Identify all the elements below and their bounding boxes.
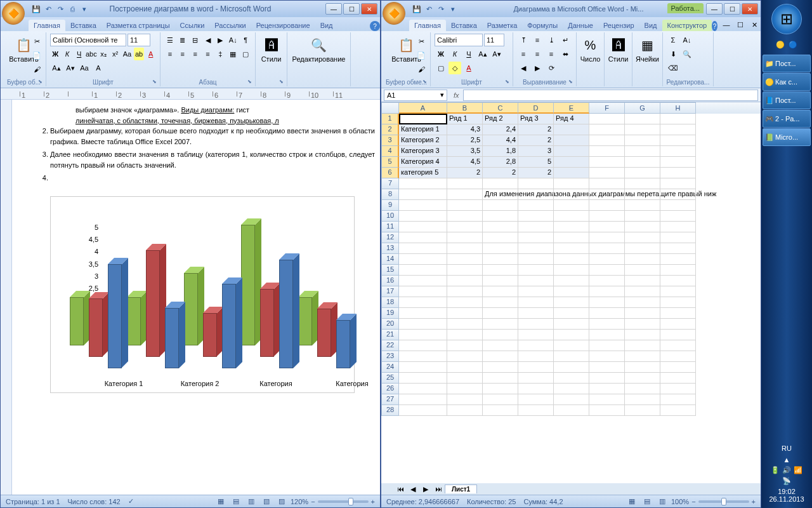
cell[interactable] bbox=[554, 351, 589, 362]
taskbar-item[interactable]: 📘Пост... bbox=[763, 91, 811, 109]
last-sheet-icon[interactable]: ⏭ bbox=[432, 483, 445, 495]
cell[interactable] bbox=[483, 308, 518, 319]
cell[interactable]: 5 bbox=[518, 157, 554, 168]
font-color-button[interactable]: A bbox=[145, 48, 156, 60]
dialog-launcher-icon[interactable]: ⬊ bbox=[152, 79, 159, 85]
cell[interactable]: 2 bbox=[483, 168, 518, 178]
cell[interactable]: Ряд 2 bbox=[483, 114, 518, 124]
cell[interactable] bbox=[660, 276, 696, 286]
redo-icon[interactable]: ↷ bbox=[436, 4, 446, 14]
cell[interactable] bbox=[625, 146, 660, 157]
cell[interactable] bbox=[483, 297, 518, 308]
cell[interactable] bbox=[483, 405, 518, 416]
cell[interactable]: Категория 4 bbox=[399, 157, 447, 168]
cell[interactable] bbox=[625, 384, 660, 394]
indent-right-button[interactable]: ▶ bbox=[214, 34, 226, 46]
multilevel-button[interactable]: ⊟ bbox=[190, 34, 201, 46]
cell[interactable]: Категория 3 bbox=[399, 146, 447, 157]
cell[interactable] bbox=[447, 189, 483, 200]
cell[interactable]: Ряд 1 bbox=[447, 114, 483, 124]
name-box[interactable]: A1▾ bbox=[384, 90, 447, 101]
cell[interactable] bbox=[625, 319, 660, 330]
cell[interactable] bbox=[518, 243, 554, 254]
italic-button[interactable]: К bbox=[449, 48, 461, 60]
cell[interactable] bbox=[447, 222, 483, 232]
cell[interactable] bbox=[518, 222, 554, 232]
cell[interactable]: 4,4 bbox=[483, 135, 518, 146]
cell[interactable] bbox=[660, 362, 696, 373]
col-header[interactable]: A bbox=[399, 102, 447, 114]
clock-date[interactable]: 26.11.2013 bbox=[765, 495, 808, 503]
cell[interactable] bbox=[625, 405, 660, 416]
row-header[interactable]: 22 bbox=[381, 340, 399, 351]
tab-mailings[interactable]: Рассылки bbox=[209, 20, 251, 31]
cell[interactable] bbox=[518, 254, 554, 265]
bullets-button[interactable]: ☰ bbox=[164, 34, 176, 46]
row-header[interactable]: 3 bbox=[381, 135, 399, 146]
cell[interactable] bbox=[554, 319, 589, 330]
cell[interactable] bbox=[625, 265, 660, 276]
align-middle-button[interactable]: ≡ bbox=[531, 34, 544, 46]
cell[interactable] bbox=[399, 384, 447, 394]
view-reading-icon[interactable]: ▤ bbox=[230, 495, 242, 508]
zoom-level[interactable]: 120% bbox=[291, 498, 308, 505]
sort-filter-button[interactable]: A↓ bbox=[681, 34, 693, 46]
cell[interactable] bbox=[399, 330, 447, 340]
cell[interactable] bbox=[447, 319, 483, 330]
row-header[interactable]: 13 bbox=[381, 243, 399, 254]
cell[interactable] bbox=[447, 200, 483, 211]
cell[interactable]: 2 bbox=[518, 124, 554, 135]
copy-icon[interactable]: 📄 bbox=[415, 49, 428, 62]
cell[interactable] bbox=[447, 276, 483, 286]
cell[interactable]: 2,5 bbox=[447, 135, 483, 146]
qat-more-icon[interactable]: ▾ bbox=[448, 4, 458, 14]
tab-review[interactable]: Рецензир bbox=[598, 20, 639, 31]
doc-restore-icon[interactable]: ☐ bbox=[734, 18, 747, 31]
justify-button[interactable]: ≡ bbox=[202, 48, 214, 60]
cell[interactable] bbox=[447, 286, 483, 297]
cell[interactable] bbox=[660, 178, 696, 189]
row-header[interactable]: 6 bbox=[381, 168, 399, 178]
align-right-button[interactable]: ≡ bbox=[190, 48, 201, 60]
shrink-font-button[interactable]: A▾ bbox=[490, 48, 503, 60]
sort-button[interactable]: A↓ bbox=[227, 34, 239, 46]
wrap-text-button[interactable]: ↵ bbox=[559, 34, 572, 46]
col-header[interactable]: C bbox=[483, 102, 518, 114]
align-center-button[interactable]: ≡ bbox=[531, 48, 544, 60]
cell[interactable] bbox=[483, 200, 518, 211]
indent-left-button[interactable]: ◀ bbox=[202, 34, 214, 46]
cell[interactable] bbox=[589, 211, 625, 222]
align-center-button[interactable]: ≡ bbox=[177, 48, 188, 60]
tab-home[interactable]: Главная bbox=[29, 20, 65, 31]
dialog-launcher-icon[interactable]: ⬊ bbox=[38, 79, 44, 85]
cell[interactable] bbox=[483, 254, 518, 265]
borders-button[interactable]: ▢ bbox=[435, 62, 447, 74]
close-button[interactable]: ✕ bbox=[361, 3, 377, 15]
save-icon[interactable]: 💾 bbox=[31, 4, 41, 14]
cell[interactable] bbox=[554, 373, 589, 384]
cell[interactable] bbox=[399, 222, 447, 232]
underline-button[interactable]: Ч bbox=[74, 48, 84, 60]
cell[interactable] bbox=[518, 405, 554, 416]
cell[interactable] bbox=[660, 394, 696, 405]
cell[interactable] bbox=[483, 373, 518, 384]
row-header[interactable]: 2 bbox=[381, 124, 399, 135]
cell[interactable] bbox=[399, 276, 447, 286]
find-button[interactable]: 🔍 bbox=[681, 48, 693, 60]
zoom-slider[interactable] bbox=[698, 500, 749, 503]
cell[interactable] bbox=[447, 351, 483, 362]
cell[interactable] bbox=[399, 286, 447, 297]
maximize-button[interactable]: ☐ bbox=[724, 3, 740, 15]
cell[interactable] bbox=[554, 308, 589, 319]
cell[interactable] bbox=[660, 222, 696, 232]
cell[interactable] bbox=[589, 222, 625, 232]
cell[interactable] bbox=[447, 243, 483, 254]
cell[interactable] bbox=[518, 362, 554, 373]
cell[interactable] bbox=[589, 146, 625, 157]
cell[interactable] bbox=[447, 405, 483, 416]
cell[interactable]: Для изменения диапазона данных диаграммы… bbox=[483, 189, 518, 200]
next-sheet-icon[interactable]: ▶ bbox=[419, 483, 432, 495]
align-left-button[interactable]: ≡ bbox=[517, 48, 530, 60]
cell[interactable]: 3,5 bbox=[447, 146, 483, 157]
superscript-button[interactable]: x² bbox=[110, 48, 121, 60]
